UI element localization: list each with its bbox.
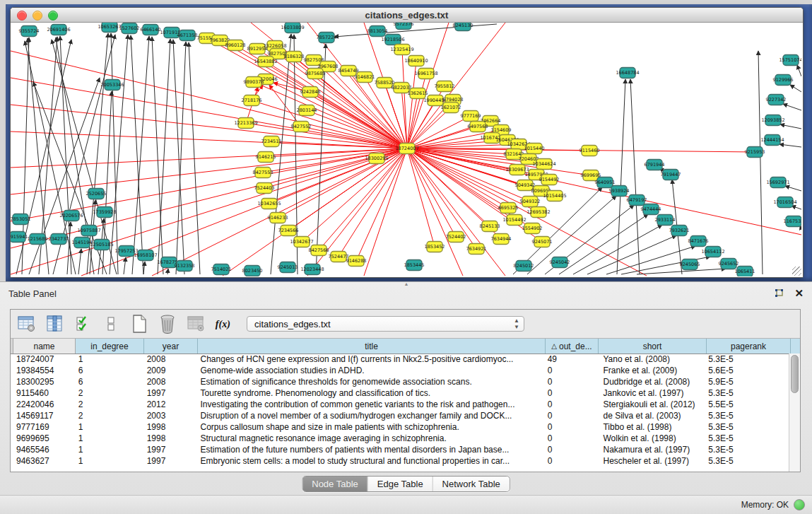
table-cell[interactable]: 6 [76,365,144,376]
column-select-icon[interactable] [45,314,64,334]
graph-node[interactable]: 1853445 [404,260,425,271]
graph-node[interactable]: 1621072 [441,103,461,113]
table-row[interactable]: 1456911722003Disruption of a novel membe… [11,410,789,421]
graph-node[interactable]: 8427566 [309,245,329,256]
graph-node[interactable]: 7514021 [211,264,232,275]
table-selector-dropdown[interactable]: citations_edges.txt ▲▼ [247,316,524,332]
graph-node[interactable]: 9146821 [355,72,375,83]
table-cell[interactable]: Hescheler et al. (1997) [597,455,705,467]
citation-edge-red[interactable] [266,79,407,148]
graph-node[interactable]: 7932621 [669,226,690,236]
tab-node-table[interactable]: Node Table [302,477,368,491]
graph-node[interactable]: 2803144 [297,105,317,116]
column-header-out-de-[interactable]: △out_de... [546,339,599,354]
table-cell[interactable]: Nakamura et al. (1997) [597,444,705,455]
graph-node[interactable]: 8245130 [453,23,473,31]
table-cell[interactable]: 2003 [144,410,198,421]
table-cell[interactable]: de Silva et al. (2003) [597,410,705,421]
table-cell[interactable]: 0 [545,455,598,467]
table-cell[interactable]: 0 [545,399,598,410]
graph-node[interactable]: 17016504 [773,197,796,208]
table-cell[interactable]: 49 [545,354,598,365]
memory-status-indicator[interactable] [794,499,805,510]
table-cell[interactable]: 2012 [144,399,198,410]
citation-edge-black[interactable] [132,36,149,274]
graph-node[interactable]: 6466140 [141,25,161,35]
graph-node[interactable]: 6497568 [468,122,488,132]
column-header-title[interactable]: title [198,339,546,354]
graph-node[interactable]: 10342677 [290,237,313,247]
graph-node[interactable]: 9875685 [305,69,326,79]
tab-edge-table[interactable]: Edge Table [368,477,433,491]
network-canvas[interactable]: 1872400793557242069140610653267152760264… [11,23,803,277]
graph-node[interactable]: 9154492 [539,175,560,185]
citation-edge-black[interactable] [797,65,801,76]
table-cell[interactable]: Embryonic stem cells: a model to study s… [198,455,545,467]
graph-node[interactable]: 16033809 [281,23,304,33]
graph-node[interactable]: 15751074 [779,55,801,66]
table-cell[interactable]: 9115460 [13,387,76,399]
citation-edge-red[interactable] [288,148,407,230]
graph-node[interactable]: 9129966 [773,75,794,86]
column-header-year[interactable]: year [144,339,198,354]
table-cell[interactable]: 1998 [144,433,198,444]
scrollbar-thumb[interactable] [791,355,799,393]
table-cell[interactable]: 19384554 [13,365,76,376]
graph-node[interactable]: 4695325 [498,203,519,214]
citation-edge-black[interactable] [176,42,186,274]
table-row[interactable]: 969969511998Structural magnetic resonanc… [11,433,789,444]
graph-node[interactable]: 20691406 [47,25,70,35]
graph-node[interactable]: 2342737 [49,234,69,245]
table-cell[interactable]: 0 [545,421,598,433]
citation-edge-black[interactable] [124,257,126,274]
table-cell[interactable]: 0 [545,376,598,387]
graph-node[interactable]: 6791944 [645,160,665,170]
graph-node[interactable]: 12444154 [760,135,784,146]
select-all-columns-icon[interactable] [73,314,93,334]
panel-split-handle[interactable]: ▲ [403,282,410,286]
table-settings-icon[interactable] [16,314,36,334]
citation-edge-black[interactable] [158,39,170,274]
table-cell[interactable]: Genome-wide association studies in ADHD. [198,365,545,376]
table-cell[interactable]: 1 [76,444,144,455]
table-cell[interactable]: Dudbridge et al. (2008) [597,376,705,387]
citation-edge-black[interactable] [573,225,662,274]
table-cell[interactable]: 5.6E-5 [705,365,789,376]
table-cell[interactable]: 5.3E-5 [705,421,789,433]
graph-node[interactable]: 2933114 [655,215,676,226]
table-cell[interactable]: 5.3E-5 [705,444,789,455]
table-cell[interactable]: Estimation of significance thresholds fo… [198,376,545,387]
graph-node[interactable]: 10154492 [502,215,526,226]
graph-node[interactable]: 9777169 [461,111,481,122]
table-cell[interactable]: 9463627 [13,455,76,467]
table-cell[interactable]: 9699695 [13,433,76,444]
column-header-in-degree[interactable]: in_degree [76,339,144,354]
minimize-window-button[interactable] [33,11,42,21]
column-header-name[interactable]: name [13,339,76,354]
table-cell[interactable]: 1 [76,354,144,365]
graph-node[interactable]: 1853452 [425,242,445,252]
new-table-icon[interactable] [129,314,149,334]
table-cell[interactable]: 18300295 [13,376,76,387]
graph-node[interactable]: 8023450 [242,266,263,276]
graph-node[interactable]: 8471676 [688,236,709,247]
table-cell[interactable]: 5.3E-5 [705,410,789,421]
function-builder-icon[interactable]: f(x) [214,314,234,334]
graph-node[interactable]: 1554902 [522,223,543,234]
network-graph[interactable]: 1872400793557242069140610653267152760264… [11,23,801,276]
graph-node[interactable]: 3915941 [11,232,28,243]
table-cell[interactable]: 22420046 [13,399,76,410]
graph-node[interactable]: 9245652 [719,259,739,269]
column-header-short[interactable]: short [599,339,707,354]
table-cell[interactable]: 0 [545,365,598,376]
table-cell[interactable]: 5.9E-5 [705,376,789,387]
table-row[interactable]: 946554611997Estimation of the future num… [11,444,789,455]
table-cell[interactable]: 14569117 [13,410,76,421]
table-cell[interactable]: 2008 [144,376,198,387]
table-cell[interactable]: Structural magnetic resonance image aver… [198,433,545,444]
graph-node[interactable]: 9242848 [300,87,321,98]
graph-node[interactable]: 17359928 [93,207,116,218]
graph-node[interactable]: 8245012 [514,261,534,271]
graph-node[interactable]: 9245071 [532,237,553,247]
zoom-window-button[interactable] [48,11,58,21]
